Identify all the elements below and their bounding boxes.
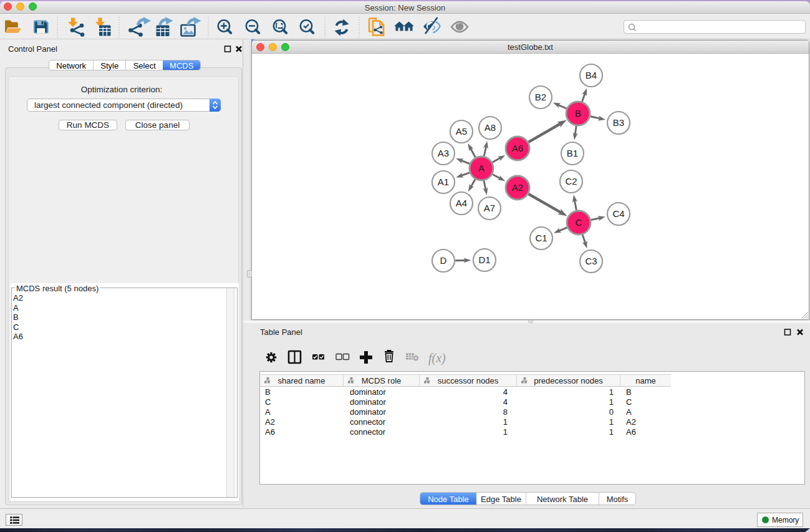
svg-text:A2: A2 bbox=[512, 182, 523, 193]
svg-text:A4: A4 bbox=[456, 198, 467, 208]
svg-text:A3: A3 bbox=[438, 148, 449, 158]
svg-text:f(x): f(x) bbox=[428, 351, 446, 365]
svg-text:A1: A1 bbox=[438, 177, 449, 187]
svg-text:B: B bbox=[575, 108, 581, 118]
svg-text:C1: C1 bbox=[535, 233, 547, 243]
svg-text:A5: A5 bbox=[456, 126, 467, 137]
svg-text:C3: C3 bbox=[585, 256, 597, 266]
svg-text:D: D bbox=[440, 255, 447, 266]
svg-text:B3: B3 bbox=[613, 117, 624, 128]
svg-text:B4: B4 bbox=[586, 70, 597, 80]
svg-text:D1: D1 bbox=[478, 254, 490, 265]
svg-text:B1: B1 bbox=[567, 148, 578, 158]
svg-text:A6: A6 bbox=[512, 143, 523, 153]
svg-text:C2: C2 bbox=[565, 176, 577, 186]
svg-text:C4: C4 bbox=[612, 208, 624, 219]
svg-text:B2: B2 bbox=[535, 92, 546, 102]
svg-text:C: C bbox=[576, 217, 582, 228]
svg-text:A8: A8 bbox=[485, 122, 496, 133]
svg-text:A7: A7 bbox=[484, 203, 495, 213]
svg-text:A: A bbox=[478, 163, 485, 173]
